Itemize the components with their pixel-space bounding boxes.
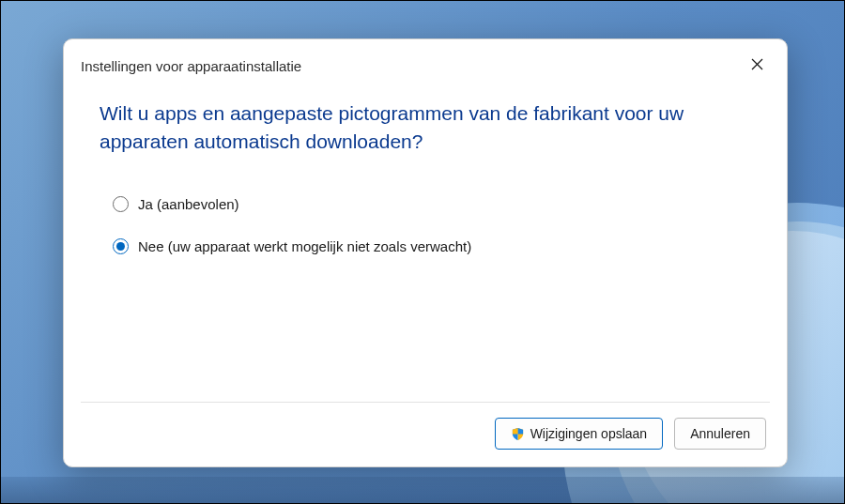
radio-label: Ja (aanbevolen) xyxy=(138,196,239,212)
uac-shield-icon xyxy=(511,427,525,441)
dialog-title: Instellingen voor apparaatinstallatie xyxy=(81,58,301,74)
save-changes-button[interactable]: Wijzigingen opslaan xyxy=(495,418,664,450)
radio-icon-unselected xyxy=(113,196,129,212)
close-icon xyxy=(751,57,763,74)
radio-option-no[interactable]: Nee (uw apparaat werkt mogelijk niet zoa… xyxy=(113,238,751,254)
device-installation-settings-dialog: Instellingen voor apparaatinstallatie Wi… xyxy=(63,38,788,467)
radio-group: Ja (aanbevolen) Nee (uw apparaat werkt m… xyxy=(100,196,751,254)
save-button-label: Wijzigingen opslaan xyxy=(530,426,648,441)
cancel-button[interactable]: Annuleren xyxy=(674,418,766,450)
close-button[interactable] xyxy=(744,53,770,79)
dialog-header: Instellingen voor apparaatinstallatie xyxy=(64,39,787,79)
radio-icon-selected xyxy=(113,238,129,254)
dialog-footer: Wijzigingen opslaan Annuleren xyxy=(64,403,787,466)
dialog-body: Wilt u apps en aangepaste pictogrammen v… xyxy=(64,79,787,402)
radio-label: Nee (uw apparaat werkt mogelijk niet zoa… xyxy=(138,238,471,254)
radio-option-yes[interactable]: Ja (aanbevolen) xyxy=(113,196,751,212)
cancel-button-label: Annuleren xyxy=(690,426,750,441)
dialog-question: Wilt u apps en aangepaste pictogrammen v… xyxy=(100,99,751,157)
